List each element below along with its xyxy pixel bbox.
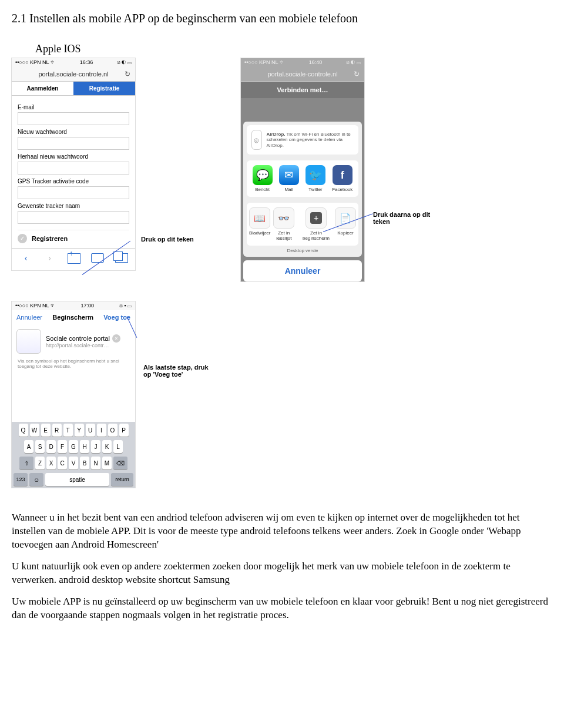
share-twitter[interactable]: 🐦 Twitter (306, 165, 325, 192)
bookmark-icon: 📖 (249, 207, 270, 229)
key-backspace[interactable]: ⌫ (113, 457, 127, 469)
site-thumbnail (16, 329, 41, 354)
label-repeat-password: Herhaal nieuw wachtwoord (18, 153, 129, 160)
screenshot-safari-form: ••○○○ KPN NL ᯤ 16:36 ෂ ◐ ▭ portal.social… (12, 58, 135, 270)
nav-title: Beginscherm (52, 314, 93, 321)
key-k[interactable]: K (102, 440, 112, 453)
share-label: Facebook (332, 187, 352, 192)
keyboard[interactable]: QWERTYUIOP ASDFGHJKL ⇧ ZXCVBNM ⌫ 123 ☺ s… (12, 422, 135, 488)
connecting-label: Verbinden met… (241, 82, 364, 98)
action-leeslijst[interactable]: 👓 Zet in leeslijst (270, 207, 297, 241)
action-beginscherm[interactable]: + Zet in beginscherm (297, 207, 335, 241)
key-m[interactable]: M (102, 457, 112, 469)
key-h[interactable]: H (80, 440, 89, 453)
cancel-button[interactable]: Annuleer (243, 260, 362, 281)
key-i[interactable]: I (97, 424, 106, 437)
section-heading: 2.1 Instellen als mobile APP op de begin… (12, 12, 552, 25)
paragraph-search-terms: U kunt natuurlijk ook even op andere zoe… (12, 560, 552, 587)
key-c[interactable]: C (58, 457, 67, 469)
site-url-label: http://portal.sociale-contr… (46, 343, 130, 348)
key-123[interactable]: 123 (14, 473, 28, 486)
tab-registratie[interactable]: Registratie (73, 82, 135, 95)
key-o[interactable]: O (108, 424, 118, 437)
label-new-password: Nieuw wachtwoord (18, 129, 129, 135)
key-g[interactable]: G (69, 440, 78, 453)
share-label: Bericht (253, 187, 273, 192)
key-a[interactable]: A (24, 440, 33, 453)
twitter-icon: 🐦 (306, 165, 325, 185)
action-kopieer[interactable]: 📄 Kopieer (335, 207, 356, 241)
input-tracker-name[interactable] (18, 211, 129, 224)
time-label: 16:36 (80, 59, 93, 66)
status-bar: ••○○○ KPN NL ᯤ 16:40 ෂ ◐ ▭ (241, 58, 364, 67)
key-y[interactable]: Y (75, 424, 84, 437)
url-bar[interactable]: portal.sociale-controle.nl ↻ (12, 67, 135, 82)
tab-aanmelden[interactable]: Aanmelden (12, 82, 73, 95)
airdrop-title: AirDrop. (267, 132, 286, 137)
paragraph-android-advice: Wanneer u in het bezit bent van een andr… (12, 511, 552, 552)
share-icon[interactable] (68, 253, 79, 266)
key-w[interactable]: W (30, 424, 39, 437)
nav-cancel[interactable]: Annuleer (16, 314, 42, 321)
key-f[interactable]: F (58, 440, 67, 453)
battery-label: ෂ ▪ ▭ (119, 303, 132, 309)
time-label: 16:40 (309, 59, 323, 66)
key-b[interactable]: B (80, 457, 89, 469)
airdrop-icon: ◎ (251, 130, 262, 150)
key-return[interactable]: return (111, 473, 133, 486)
annotation-share: Druk op dit teken (141, 236, 212, 243)
url-text: portal.sociale-controle.nl (267, 71, 337, 78)
key-u[interactable]: U (86, 424, 95, 437)
annotation-voeg-toe: Als laatste stap, druk op 'Voeg toe' (143, 364, 214, 378)
key-p[interactable]: P (119, 424, 129, 437)
label-tracker-name: Gewenste tracker naam (18, 203, 129, 209)
share-facebook[interactable]: f Facebook (332, 165, 352, 192)
key-s[interactable]: S (35, 440, 45, 453)
key-l[interactable]: L (113, 440, 123, 453)
airdrop-row[interactable]: ◎ AirDrop. Tik om Wi-Fi en Bluetooth in … (247, 125, 358, 155)
input-email[interactable] (18, 112, 129, 125)
key-x[interactable]: X (46, 457, 56, 469)
readinglist-icon: 👓 (273, 207, 294, 229)
carrier-label: ••○○○ KPN NL ᯤ (15, 303, 56, 309)
label-gps-code: GPS Tracker activatie code (18, 178, 129, 184)
key-d[interactable]: D (46, 440, 56, 453)
register-button[interactable]: Registreren (32, 235, 68, 242)
key-j[interactable]: J (91, 440, 100, 453)
clear-icon[interactable]: × (112, 334, 120, 343)
back-icon[interactable]: ‹ (20, 253, 32, 266)
key-e[interactable]: E (41, 424, 51, 437)
message-icon: 💬 (253, 165, 273, 185)
mail-icon: ✉ (279, 165, 299, 185)
screenshot-share-sheet: ••○○○ KPN NL ᯤ 16:40 ෂ ◐ ▭ portal.social… (241, 58, 364, 281)
site-name-input[interactable]: Sociale controle portal (46, 335, 110, 342)
add-home-icon: + (306, 207, 327, 229)
forward-icon: › (44, 253, 56, 266)
action-label: Zet in leeslijst (270, 230, 297, 241)
url-bar: portal.sociale-controle.nl ↻ (241, 67, 364, 82)
key-n[interactable]: N (91, 457, 100, 469)
tabs-icon[interactable] (115, 253, 127, 266)
input-gps-code[interactable] (18, 186, 129, 199)
key-z[interactable]: Z (35, 457, 45, 469)
battery-label: ෂ ◐ ▭ (346, 59, 361, 66)
key-emoji[interactable]: ☺ (29, 473, 43, 486)
key-v[interactable]: V (69, 457, 78, 469)
desktop-version-label: Desktop versie (247, 248, 358, 253)
action-bladwijzer[interactable]: 📖 Bladwijzer (249, 207, 270, 241)
carrier-label: ••○○○ KPN NL ᯤ (15, 59, 56, 66)
share-label: Twitter (306, 187, 325, 192)
key-q[interactable]: Q (19, 424, 28, 437)
key-shift[interactable]: ⇧ (19, 457, 33, 469)
key-space[interactable]: spatie (45, 473, 109, 486)
key-r[interactable]: R (52, 424, 62, 437)
nav-add-button[interactable]: Voeg toe (103, 314, 130, 321)
input-new-password[interactable] (18, 137, 129, 150)
input-repeat-password[interactable] (18, 162, 129, 175)
share-label: Mail (279, 187, 299, 192)
share-bericht[interactable]: 💬 Bericht (253, 165, 273, 192)
share-mail[interactable]: ✉ Mail (279, 165, 299, 192)
key-t[interactable]: T (63, 424, 73, 437)
facebook-icon: f (333, 165, 352, 185)
reload-icon[interactable]: ↻ (125, 70, 130, 78)
